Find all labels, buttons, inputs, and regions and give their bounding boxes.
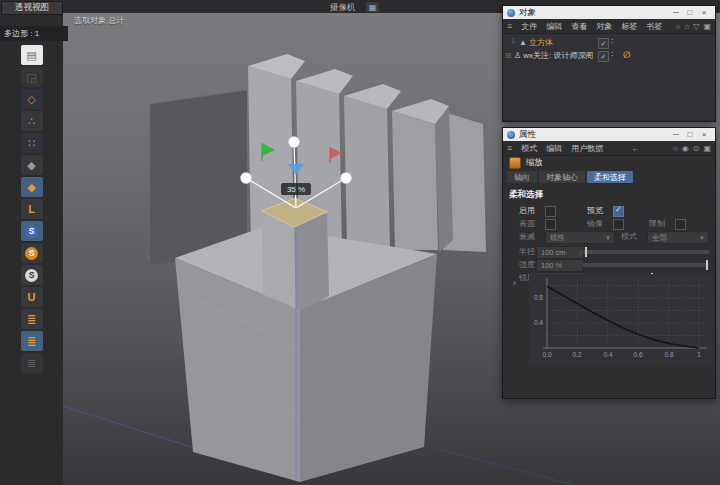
disabled-tool-icon[interactable]: ◲ [21, 67, 43, 87]
spline-corner-icon[interactable]: L [21, 199, 43, 219]
object-list: └ ▲ 立方体 ✓ : ⊞ ♙ wx关注: 设计师深阁 ✓ : ∅ [503, 34, 715, 120]
magnet-icon[interactable]: U [21, 287, 43, 307]
search-icon[interactable]: ○ [673, 144, 678, 153]
sketch-tool-icon[interactable]: ▤ [21, 45, 43, 65]
cube-orange-icon[interactable]: ◆ [21, 177, 43, 197]
object-window-titlebar[interactable]: 对象 ─ □ × [503, 6, 715, 19]
minimize-button[interactable]: ─ [669, 8, 683, 17]
expander-icon[interactable]: ⊞ [504, 51, 512, 60]
attribute-manager-window: 属性 ─ □ × ≡ 模式 编辑 用户数据 ← ○ ◉ ⊙ ▣ 缩放 轴向 对象… [502, 127, 716, 399]
maximize-button[interactable]: □ [683, 130, 697, 139]
home-icon[interactable]: ⌂ [684, 22, 689, 31]
limit-label: 限制 [649, 218, 665, 229]
filter-icon[interactable]: ▽ [693, 22, 699, 31]
falloff-dropdown[interactable]: 线性 ▼ [545, 231, 615, 244]
radius-label: 半径 [519, 246, 535, 257]
x-tick: 0.8 [664, 351, 673, 358]
wire-cube-icon[interactable]: ◇ [21, 89, 43, 109]
cube-points-icon[interactable]: ∷ [21, 133, 43, 153]
s-gray-icon[interactable]: S [21, 265, 43, 285]
object-name[interactable]: wx关注: 设计师深阁 [523, 50, 593, 61]
camera-menu[interactable]: 摄像机 [330, 2, 356, 14]
object-name[interactable]: 立方体 [529, 37, 553, 48]
tab-soft-selection[interactable]: 柔和选择 [587, 171, 633, 183]
attribute-window-titlebar[interactable]: 属性 ─ □ × [503, 128, 715, 141]
note-object-icon[interactable]: ♙ [514, 51, 521, 60]
layers-dark-icon[interactable]: ≣ [21, 353, 43, 373]
visibility-dots[interactable]: : [611, 36, 614, 45]
close-button[interactable]: × [697, 130, 711, 139]
menu-edit[interactable]: 编辑 [546, 21, 562, 32]
menu-bookmarks[interactable]: 书签 [646, 21, 662, 32]
limit-checkbox[interactable] [675, 219, 686, 230]
enable-toggle: ✓ [598, 51, 609, 62]
menu-tags[interactable]: 标签 [621, 21, 637, 32]
y-tick: 0.4 [534, 319, 543, 326]
radius-input[interactable]: 100 cm ↕ [536, 246, 584, 259]
mirror-checkbox[interactable] [613, 219, 624, 230]
falloff-spline-graph[interactable]: 0.0 0.2 0.4 0.6 0.8 1 0.8 0.4 [529, 274, 713, 370]
menu-view[interactable]: 查看 [571, 21, 587, 32]
menu-file[interactable]: 文件 [521, 21, 537, 32]
panel-icon[interactable]: ▣ [703, 22, 711, 31]
spline-expander-icon[interactable]: › [513, 278, 516, 288]
radius-slider[interactable] [583, 250, 709, 254]
view-label[interactable]: 透视视图 [1, 1, 63, 15]
tab-axis[interactable]: 轴向 [507, 171, 537, 183]
lock-icon[interactable]: ◉ [682, 144, 689, 153]
menu-userdata[interactable]: 用户数据 [571, 143, 603, 154]
preview-label: 预览 [587, 205, 603, 216]
hamburger-icon[interactable]: ≡ [507, 21, 512, 31]
stepper-icon[interactable]: ↕ [579, 249, 583, 256]
minimize-button[interactable]: ─ [669, 130, 683, 139]
gizmo-handle-left[interactable] [241, 173, 252, 184]
enable-checkbox[interactable] [545, 206, 556, 217]
s-blue-icon[interactable]: S [21, 221, 43, 241]
panel-icon[interactable]: ▣ [703, 144, 711, 153]
radius-value: 100 cm [541, 248, 566, 257]
preview-checkbox[interactable] [613, 206, 624, 217]
hamburger-icon[interactable]: ≡ [507, 143, 512, 153]
object-row-note[interactable]: ⊞ ♙ wx关注: 设计师深阁 ✓ : ∅ [503, 49, 715, 62]
radius-slider-handle[interactable] [585, 247, 587, 257]
maximize-button[interactable]: □ [683, 8, 697, 17]
x-tick: 0.0 [542, 351, 551, 358]
mode-dropdown[interactable]: 全部 ▼ [647, 231, 709, 244]
info-icon[interactable]: ⊙ [693, 144, 700, 153]
surface-checkbox[interactable] [545, 219, 556, 230]
gizmo-handle-right[interactable] [341, 173, 352, 184]
layers-icon[interactable]: ≣ [21, 309, 43, 329]
chevron-down-icon: ▼ [605, 235, 611, 241]
s-gray-badge: S [25, 269, 38, 282]
mute-tag-icon[interactable]: ∅ [623, 50, 631, 60]
x-tick: 1 [697, 351, 701, 358]
layers-lock-icon[interactable]: ≣ [21, 331, 43, 351]
cube-object-icon[interactable]: ▲ [519, 38, 527, 47]
object-menubar: ≡ 文件 编辑 查看 对象 标签 书签 ○ ⌂ ▽ ▣ [503, 19, 715, 34]
close-button[interactable]: × [697, 8, 711, 17]
object-manager-window: 对象 ─ □ × ≡ 文件 编辑 查看 对象 标签 书签 ○ ⌂ ▽ ▣ └ ▲… [502, 5, 716, 122]
visibility-dots[interactable]: : [611, 49, 614, 58]
gizmo-handle-top[interactable] [289, 137, 300, 148]
menu-objects[interactable]: 对象 [596, 21, 612, 32]
x-tick: 0.4 [603, 351, 612, 358]
menu-edit[interactable]: 编辑 [546, 143, 562, 154]
cube-plain-icon[interactable]: ◆ [21, 155, 43, 175]
strength-slider[interactable] [583, 263, 709, 267]
check-icon[interactable]: ✓ [598, 51, 609, 62]
back-icon[interactable]: ← [631, 144, 639, 153]
cube-dice-icon[interactable]: ∴ [21, 111, 43, 131]
s-orange-icon[interactable]: S [21, 243, 43, 263]
falloff-value: 线性 [550, 233, 565, 243]
tab-object-axis[interactable]: 对象轴心 [539, 171, 585, 183]
x-tick: 0.6 [633, 351, 642, 358]
strength-input[interactable]: 100 % [536, 259, 584, 272]
menu-mode[interactable]: 模式 [521, 143, 537, 154]
app-icon [507, 9, 515, 17]
strength-slider-handle[interactable] [706, 260, 708, 270]
camera-icon[interactable]: ▦ [366, 2, 379, 12]
check-icon[interactable]: ✓ [598, 38, 609, 49]
object-row-cube[interactable]: └ ▲ 立方体 ✓ : [503, 36, 715, 49]
search-icon[interactable]: ○ [676, 22, 681, 31]
scale-tool-icon [509, 157, 521, 169]
